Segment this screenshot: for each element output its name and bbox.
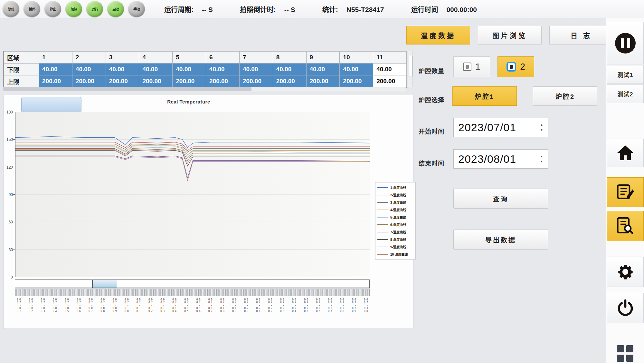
option-label: 2 (520, 62, 525, 72)
limit-cell[interactable]: 200.00 (72, 75, 106, 87)
test2-button[interactable]: 测试2 (607, 84, 644, 103)
x-axis-label: 07-02 00:00 (28, 298, 33, 326)
limit-cell[interactable]: 40.00 (306, 64, 340, 75)
date-spinner[interactable]: ▲▼ (537, 155, 548, 162)
stat-value: N55-T28417 (346, 6, 384, 14)
zone-column-header[interactable]: 8 (273, 52, 306, 64)
zone-limits-table[interactable]: 区域1234567891011下限40.0040.0040.0040.0040.… (3, 51, 407, 88)
start-date-input[interactable]: 2023/07/01 ▲▼ (453, 118, 548, 137)
zone-column-header[interactable]: 7 (239, 52, 273, 64)
chamber-count-option-1[interactable]: 1 (453, 56, 490, 77)
limit-cell[interactable]: 40.00 (39, 64, 72, 75)
zone-column-header[interactable]: 9 (306, 52, 340, 64)
zone-column-header[interactable]: 1 (39, 52, 72, 64)
machine-button-2[interactable]: 暂停 (24, 1, 40, 17)
apps-grid-button[interactable] (607, 344, 643, 362)
limit-cell[interactable]: 40.00 (273, 64, 306, 75)
end-date-input[interactable]: 2023/08/01 ▲▼ (453, 149, 548, 169)
zone-column-header[interactable]: 3 (106, 52, 139, 64)
chamber-2-button[interactable]: 炉腔2 (533, 86, 597, 106)
limit-cell[interactable]: 200.00 (106, 75, 139, 87)
top-status-readouts: 运行周期:-- S拍照倒计时:-- S统计:N55-T28417运行时间000.… (164, 4, 499, 14)
zone-column-header[interactable]: 11 (373, 52, 407, 64)
power-icon (616, 299, 634, 317)
zone-column-header[interactable]: 6 (206, 52, 240, 64)
limit-cell[interactable]: 200.00 (273, 75, 306, 87)
chamber-count-option-2[interactable]: 2 (497, 56, 534, 77)
y-tick-mark (13, 112, 15, 112)
gear-icon (616, 262, 635, 281)
row-header[interactable]: 上限 (4, 75, 39, 87)
h-scroll-thumb[interactable] (4, 87, 251, 91)
temperature-plot-area[interactable] (15, 112, 370, 277)
table-horizontal-scrollbar[interactable] (3, 87, 406, 91)
test1-button[interactable]: 测试1 (607, 65, 644, 84)
x-axis-label: 07-25 00:00 (303, 298, 308, 326)
v-scroll-thumb[interactable] (409, 56, 412, 76)
zone-column-header[interactable]: 4 (139, 52, 173, 64)
table-row: 上限200.00200.00200.00200.00200.00200.0020… (4, 75, 407, 87)
limit-cell[interactable]: 200.00 (306, 75, 340, 87)
document-search-button[interactable] (607, 211, 644, 241)
limit-cell[interactable]: 200.00 (139, 75, 173, 87)
x-axis-labels: 07-01 00:0007-02 00:0007-03 00:0007-04 0… (15, 298, 370, 326)
limit-cell[interactable]: 200.00 (173, 75, 206, 87)
edit-note-button[interactable] (607, 177, 644, 207)
x-axis-label: 07-26 00:00 (315, 298, 320, 326)
date-spinner[interactable]: ▲▼ (537, 124, 548, 131)
tab-3[interactable]: 日 志 (549, 26, 613, 44)
export-data-button[interactable]: 导出数据 (453, 230, 548, 250)
limit-cell[interactable]: 40.00 (239, 64, 273, 75)
limit-cell[interactable]: 200.00 (239, 75, 273, 87)
machine-button-1[interactable]: 复位 (3, 1, 19, 17)
limit-cell[interactable]: 200.00 (340, 75, 373, 87)
limit-cell[interactable]: 200.00 (373, 75, 407, 87)
row-header[interactable]: 下限 (4, 64, 39, 75)
stat-label: 运行时间 (411, 4, 438, 14)
machine-button-6[interactable]: 启动 (107, 1, 124, 17)
tab-1[interactable]: 温度数据 (406, 26, 470, 44)
end-time-label: 结束时间 (419, 159, 444, 167)
legend-line-swatch (377, 232, 388, 232)
zone-column-header[interactable]: 2 (72, 52, 106, 64)
y-tick-mark (13, 222, 15, 222)
query-button[interactable]: 查询 (453, 189, 548, 209)
pause-button[interactable] (607, 22, 644, 64)
range-slider-window[interactable] (92, 280, 117, 288)
limit-cell[interactable]: 200.00 (206, 75, 240, 87)
machine-button-7[interactable]: 手动 (128, 1, 145, 17)
x-axis-label: 07-12 00:00 (148, 298, 153, 326)
machine-button-3[interactable]: 停止 (44, 1, 61, 17)
x-axis-label: 07-14 00:00 (172, 298, 177, 326)
machine-button-4[interactable]: 加热 (65, 1, 82, 17)
chamber-1-button[interactable]: 炉腔1 (452, 86, 517, 106)
radio-icon (463, 63, 471, 71)
machine-button-5[interactable]: 运行 (86, 1, 103, 17)
limit-cell[interactable]: 40.00 (139, 64, 173, 75)
time-range-slider[interactable] (15, 280, 370, 288)
x-axis-label: 07-06 00:00 (76, 298, 81, 326)
y-tick-mark (13, 167, 15, 167)
limit-cell[interactable]: 40.00 (106, 64, 139, 75)
limit-cell[interactable]: 40.00 (340, 64, 373, 75)
zone-column-header[interactable]: 5 (173, 52, 206, 64)
limit-cell[interactable]: 40.00 (373, 64, 407, 75)
home-button[interactable] (607, 139, 644, 167)
legend-item: 5-温度曲线 (377, 215, 413, 220)
x-axis-label: 07-20 00:00 (243, 298, 249, 326)
y-tick-mark (13, 194, 15, 195)
settings-button[interactable] (607, 257, 644, 287)
tab-2[interactable]: 图片浏览 (478, 26, 542, 44)
power-button[interactable] (607, 293, 644, 323)
legend-label: 3-温度曲线 (390, 200, 406, 205)
machine-control-buttons: 复位暂停停止加热运行启动手动 (3, 1, 145, 17)
chart-legend: 1-温度曲线2-温度曲线3-温度曲线4-温度曲线5-温度曲线6-温度曲线7-温度… (375, 182, 416, 260)
table-vertical-scrollbar[interactable] (408, 51, 413, 87)
x-axis-label: 07-07 00:00 (88, 298, 93, 326)
limit-cell[interactable]: 40.00 (173, 64, 206, 75)
zone-column-header[interactable]: 10 (340, 52, 373, 64)
limit-cell[interactable]: 40.00 (206, 64, 240, 75)
legend-item: 9-温度曲线 (377, 244, 413, 249)
limit-cell[interactable]: 200.00 (39, 75, 72, 87)
limit-cell[interactable]: 40.00 (72, 64, 106, 75)
